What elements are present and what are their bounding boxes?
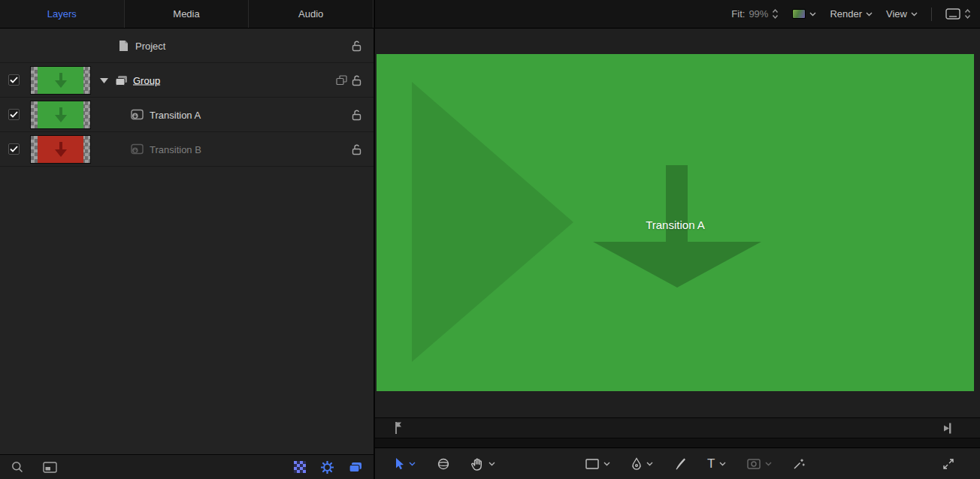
channel-swatch-control[interactable] [792,9,816,19]
unlock-icon[interactable] [352,74,361,86]
unlock-icon[interactable] [352,143,361,155]
display-control[interactable] [945,8,971,20]
view-menu[interactable]: View [886,8,918,20]
layer-row-group[interactable]: Group [0,63,374,98]
adjust-wand-icon [793,458,806,470]
canvas-panel: Fit: 99% Render View [375,0,980,479]
canvas-toolbar-bottom: T [375,448,980,479]
select-arrow-icon [395,457,404,470]
tab-media[interactable]: Media [125,0,250,28]
preview-icon[interactable] [43,462,57,473]
footer-right-buttons [294,461,362,474]
layers-panel-footer [0,454,374,479]
document-icon [119,40,129,52]
gear-icon[interactable] [321,461,334,474]
timeline-scrubber[interactable] [375,417,980,438]
stepper-icon[interactable] [772,8,779,20]
tab-audio[interactable]: Audio [249,0,374,28]
layer-thumbnail-transition-b[interactable] [30,135,91,164]
zoom-control[interactable]: Fit: 99% [731,8,779,20]
adjust-tool[interactable] [793,458,806,470]
thumbnail-red [38,136,83,163]
transition-icon [131,143,144,155]
chevron-down-icon [719,462,726,466]
chevron-down-icon [765,462,772,466]
timeline-end-icon[interactable] [942,423,951,434]
layers-stack-icon[interactable] [349,462,362,473]
chevron-down-icon [488,462,495,466]
motion-window: Layers Media Audio Project [0,0,980,479]
project-label[interactable]: Project [135,40,165,51]
layer-label-transition-b[interactable]: Transition B [150,143,201,155]
paint-stroke-tool[interactable] [674,457,686,470]
timeline-flag-icon[interactable] [395,421,403,435]
canvas-toolbar-top: Fit: 99% Render View [375,0,980,29]
group-icon [115,75,128,86]
unlock-icon[interactable] [352,109,361,121]
rectangle-tool[interactable] [585,459,610,469]
tab-layers-label: Layers [47,8,77,20]
mask-icon [747,459,761,469]
select-tool[interactable] [395,457,416,470]
checkbox-checked-icon[interactable] [8,143,20,155]
chevron-down-icon [911,12,918,17]
text-tool-icon: T [707,457,715,470]
view-label: View [886,8,907,20]
orbit-icon [437,457,450,471]
bezier-pen-icon [631,457,642,471]
tab-layers[interactable]: Layers [0,0,125,28]
chevron-down-icon [866,12,873,17]
canvas-area[interactable]: Transition A [375,29,980,417]
orbit-tool[interactable] [437,457,450,471]
layer-thumbnail-group[interactable] [30,66,91,95]
unlock-icon[interactable] [352,40,361,52]
checkerboard-icon[interactable] [294,461,306,473]
disclosure-triangle-icon[interactable] [100,78,108,83]
zoom-value[interactable]: 99% [749,8,768,20]
project-row[interactable]: Project [0,29,374,63]
checkbox-checked-icon[interactable] [8,74,20,86]
render-label: Render [830,8,862,20]
expand-icon[interactable] [942,458,954,470]
toolbar-separator [931,8,932,21]
mini-timeline[interactable] [375,438,980,448]
stage-overlay-label: Transition A [377,218,974,231]
chevron-down-icon [646,462,653,466]
channel-swatch-icon [792,9,806,19]
chevron-down-icon [409,462,416,466]
thumbnail-green [38,67,83,94]
chevron-down-icon [809,12,816,17]
display-icon [945,8,960,20]
layers-panel: Layers Media Audio Project [0,0,374,479]
paint-stroke-icon [674,457,686,470]
hand-icon [471,457,484,471]
tab-media-label: Media [173,8,199,20]
group-badge-icon [336,75,347,86]
render-menu[interactable]: Render [830,8,873,20]
checkbox-checked-icon[interactable] [8,109,20,120]
layer-row-transition-a[interactable]: Transition A [0,98,374,132]
search-icon[interactable] [11,461,23,473]
text-tool[interactable]: T [707,457,726,470]
tab-audio-label: Audio [298,8,323,20]
bezier-tool[interactable] [631,457,653,471]
layer-list: Project [0,29,374,454]
chevron-down-icon [603,462,610,466]
transition-icon [131,109,144,120]
video-stage[interactable]: Transition A [377,54,974,391]
stepper-icon [964,8,971,20]
thumbnail-green [38,101,83,128]
layer-label-transition-a[interactable]: Transition A [150,109,201,120]
panel-tabbar: Layers Media Audio [0,0,374,29]
layer-row-transition-b[interactable]: Transition B [0,132,374,167]
layer-label-group[interactable]: Group [133,74,160,86]
hand-tool[interactable] [471,457,495,471]
mask-tool[interactable] [747,459,772,469]
rectangle-icon [585,459,599,469]
fit-label: Fit: [731,8,745,20]
layer-thumbnail-transition-a[interactable] [30,101,91,129]
